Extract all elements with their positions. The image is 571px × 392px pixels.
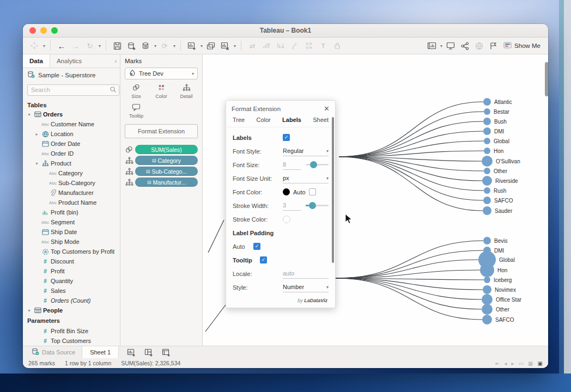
clear-sheet-icon[interactable] — [219, 39, 231, 52]
field-item-profit-bin-[interactable]: Profit (bin) — [23, 207, 120, 217]
tree-node-atlantic[interactable] — [483, 98, 491, 106]
fix-axes-icon[interactable] — [331, 39, 343, 52]
tab-analytics[interactable]: Analytics — [50, 54, 88, 68]
tree-node-hon[interactable] — [480, 263, 494, 277]
field-item-ship-date[interactable]: Ship Date — [23, 227, 120, 237]
new-worksheet-caret-icon[interactable]: ▾ — [201, 44, 203, 48]
tableau-logo-icon[interactable] — [28, 39, 40, 52]
new-story-icon[interactable] — [160, 346, 172, 359]
field-item-quantity[interactable]: #Quantity — [23, 276, 120, 286]
field-item-people[interactable]: ▾People — [23, 305, 120, 315]
format-extension-button[interactable]: Format Extension — [125, 124, 198, 138]
collapse-hierarchy-icon[interactable]: ⊟ — [152, 158, 156, 163]
pill-sub-catego-[interactable]: ⊟Sub-Catego... — [135, 167, 198, 176]
field-item-product[interactable]: ▾Product — [23, 158, 120, 168]
dialog-scrollbar[interactable] — [332, 117, 334, 263]
field-item-orders[interactable]: ▾Orders — [23, 109, 120, 119]
font-size-unit-select[interactable]: px ▾ — [283, 174, 329, 183]
new-worksheet-icon[interactable] — [125, 346, 137, 359]
pager-first-icon[interactable]: ⇤ — [495, 360, 500, 366]
tree-node-bevis[interactable] — [483, 237, 491, 244]
tooltip-button[interactable]: Tooltip — [126, 103, 147, 119]
field-item-order-date[interactable]: Order Date — [23, 139, 120, 149]
expander-open-icon[interactable]: ▾ — [34, 161, 40, 166]
pause-updates-caret-icon[interactable]: ▾ — [154, 44, 156, 48]
expander-open-icon[interactable]: ▾ — [26, 112, 32, 117]
duplicate-sheet-icon[interactable] — [205, 39, 217, 52]
fit-selector-icon[interactable] — [426, 39, 438, 52]
mark-type-dropdown[interactable]: Tree Dev ▾ — [125, 68, 198, 79]
field-item-top-customers[interactable]: #Top Customers — [23, 336, 120, 346]
field-item-location[interactable]: ▸Location — [23, 129, 120, 139]
field-item-sub-category[interactable]: AbcSub-Category — [23, 178, 120, 188]
stroke-color-swatch[interactable] — [283, 216, 290, 223]
show-filmstrip-icon[interactable]: ▭ — [519, 360, 524, 366]
forward-icon[interactable]: → — [70, 39, 82, 52]
canvas-vertical-scrollbar[interactable] — [545, 62, 548, 96]
field-item-segment[interactable]: AbcSegment — [23, 217, 120, 227]
refresh-icon[interactable]: ⟳ — [159, 39, 171, 52]
tree-node-global[interactable] — [484, 138, 490, 144]
expander-closed-icon[interactable]: ▸ — [34, 132, 40, 137]
field-item-ship-mode[interactable]: AbcShip Mode — [23, 237, 120, 247]
collapse-pane-icon[interactable]: ‹ — [115, 58, 117, 64]
tree-node-o-sullivan[interactable] — [482, 156, 493, 167]
pager-prev-icon[interactable]: ◂ — [505, 360, 507, 366]
group-members-icon[interactable] — [303, 39, 315, 52]
highlight-icon[interactable] — [487, 39, 499, 52]
auto-checkbox[interactable]: ✓ — [253, 243, 260, 250]
tooltip-checkbox[interactable]: ✓ — [260, 256, 267, 264]
presentation-mode-icon[interactable] — [445, 39, 457, 52]
pill-category[interactable]: ⊟Category — [135, 156, 198, 165]
dialog-tab-labels[interactable]: Labels — [282, 117, 301, 123]
sort-descending-icon[interactable] — [275, 39, 287, 52]
pager-next-icon[interactable]: ▸ — [512, 360, 514, 366]
stroke-width-input[interactable]: 3 — [283, 201, 301, 211]
tree-node-riverside[interactable] — [482, 176, 492, 186]
tree-node-other[interactable] — [482, 304, 493, 315]
field-item-top-customers-by-profit[interactable]: Top Customers by Profit — [23, 247, 120, 256]
show-tabs-icon[interactable]: ▦ — [528, 360, 533, 366]
field-item-category[interactable]: AbcCategory — [23, 168, 120, 178]
collapse-hierarchy-icon[interactable]: ⊟ — [147, 180, 151, 185]
sheet-tab-sheet1[interactable]: Sheet 1 — [82, 346, 119, 358]
new-datasource-icon[interactable] — [125, 39, 137, 52]
field-item-profit[interactable]: #Profit — [23, 266, 120, 276]
tree-node-iceberg[interactable] — [484, 277, 490, 283]
worksheet-canvas[interactable]: AtlanticBestarBushDMIGlobalHonO'Sullivan… — [203, 54, 548, 346]
tree-node-bush[interactable] — [483, 118, 491, 125]
dialog-tab-sheet[interactable]: Sheet — [313, 117, 329, 123]
style-select[interactable]: Number ▾ — [283, 283, 329, 292]
replay-icon[interactable]: ↻ — [84, 39, 96, 52]
pill-manufactur-[interactable]: ⊟Manufactur... — [135, 177, 198, 187]
tree-node-rush[interactable] — [484, 187, 490, 194]
pause-updates-icon[interactable] — [139, 39, 151, 52]
clear-sheet-caret-icon[interactable]: ▾ — [234, 44, 236, 48]
tree-node-safco[interactable] — [482, 315, 492, 324]
new-worksheet-icon[interactable] — [186, 39, 198, 52]
font-color-auto-checkbox[interactable]: ✓ — [309, 188, 316, 195]
tree-node-safco[interactable] — [483, 197, 491, 204]
expander-open-icon[interactable]: ▾ — [26, 308, 32, 313]
field-item-orders-count-[interactable]: #Orders (Count) — [23, 296, 120, 305]
dialog-tab-color[interactable]: Color — [257, 117, 271, 123]
fit-selector-caret-icon[interactable]: ▾ — [440, 44, 442, 48]
tree-node-novimex[interactable] — [483, 285, 491, 294]
labels-checkbox[interactable]: ✓ — [283, 134, 290, 141]
sort-ascending-icon[interactable] — [260, 39, 272, 52]
tree-node-sauder[interactable] — [483, 206, 491, 215]
tree-node-office-star[interactable] — [482, 294, 493, 305]
publish-icon[interactable] — [473, 39, 485, 52]
field-item-manufacturer[interactable]: Manufacturer — [23, 188, 120, 198]
font-style-select[interactable]: Regular ▾ — [283, 146, 329, 156]
detail-button[interactable]: Detail — [176, 84, 197, 99]
pill-sum-sales-[interactable]: SUM(Sales) — [135, 145, 198, 154]
tableau-logo-caret-icon[interactable]: ▾ — [43, 44, 45, 48]
font-size-input[interactable]: 8 — [283, 160, 301, 170]
show-mark-labels-icon[interactable]: T — [317, 39, 329, 52]
show-me-button[interactable]: Show Me — [501, 41, 543, 50]
datasource-tab[interactable]: Data Source — [26, 346, 81, 358]
new-dashboard-icon[interactable] — [143, 346, 155, 359]
stroke-width-slider[interactable] — [306, 202, 329, 209]
field-item-profit-bin-size[interactable]: #Profit Bin Size — [23, 326, 120, 336]
